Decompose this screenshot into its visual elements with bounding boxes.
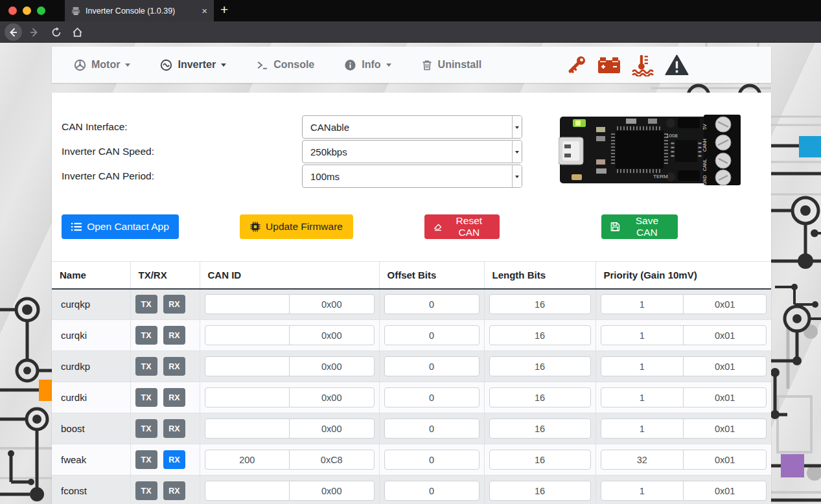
offset-bits-input[interactable] xyxy=(384,325,480,345)
canid-dec-input[interactable] xyxy=(205,481,290,501)
can-speed-select[interactable]: 250kbps xyxy=(302,140,522,163)
reload-button[interactable] xyxy=(48,21,65,43)
tx-button[interactable]: TX xyxy=(135,481,157,500)
back-button[interactable] xyxy=(4,21,22,43)
browser-tab[interactable]: Inverter Console (1.0.39) × xyxy=(65,0,214,21)
length-bits-input[interactable] xyxy=(489,418,591,439)
row-name: curdkp xyxy=(52,351,130,382)
tx-button[interactable]: TX xyxy=(135,419,157,438)
length-bits-input[interactable] xyxy=(489,450,591,470)
canid-hex-input[interactable] xyxy=(289,418,375,439)
nav-item-motor[interactable]: Motor xyxy=(74,59,130,71)
can-speed-value: 250kbps xyxy=(310,146,347,157)
window-controls[interactable] xyxy=(8,6,45,15)
col-header-priority: Priority (Gain 10mV) xyxy=(596,262,771,289)
offset-bits-input[interactable] xyxy=(384,418,480,439)
table-row: fweak TX RX xyxy=(52,444,771,475)
warning-triangle-icon xyxy=(665,54,689,76)
priority-dec-input[interactable] xyxy=(601,294,684,314)
priority-hex-input[interactable] xyxy=(683,294,767,314)
tab-title: Inverter Console (1.0.39) xyxy=(86,6,196,16)
svg-text:1008: 1008 xyxy=(666,133,678,139)
nav-item-info[interactable]: Info xyxy=(344,59,391,71)
forward-button[interactable] xyxy=(26,21,43,43)
rx-button[interactable]: RX xyxy=(163,450,185,469)
svg-text:CANL: CANL xyxy=(702,159,707,171)
table-row: curqki TX RX xyxy=(52,320,771,351)
priority-hex-input[interactable] xyxy=(683,450,767,470)
canid-hex-input[interactable] xyxy=(289,387,375,407)
tab-close-icon[interactable]: × xyxy=(202,6,207,16)
tx-button[interactable]: TX xyxy=(135,450,157,469)
tx-button[interactable]: TX xyxy=(135,295,157,314)
update-firmware-button[interactable]: Update Firmware xyxy=(240,214,353,239)
priority-hex-input[interactable] xyxy=(683,356,767,376)
close-window-button[interactable] xyxy=(8,6,17,15)
minimize-window-button[interactable] xyxy=(23,6,31,15)
length-bits-input[interactable] xyxy=(489,481,591,501)
can-interface-select[interactable]: CANable xyxy=(302,115,522,139)
can-period-value: 100ms xyxy=(310,171,340,182)
save-can-label: Save CAN xyxy=(625,215,669,238)
offset-bits-input[interactable] xyxy=(384,450,480,470)
new-tab-button[interactable]: + xyxy=(220,2,228,17)
reset-can-button[interactable]: Reset CAN xyxy=(424,214,500,239)
table-row: fconst TX RX xyxy=(52,475,771,504)
nav-item-inverter[interactable]: Inverter xyxy=(160,59,226,71)
canid-dec-input[interactable] xyxy=(205,356,290,376)
can-period-select[interactable]: 100ms xyxy=(302,165,522,188)
canid-dec-input[interactable] xyxy=(205,294,290,314)
offset-bits-input[interactable] xyxy=(384,387,480,407)
canid-dec-input[interactable] xyxy=(205,325,290,345)
canid-dec-input[interactable] xyxy=(205,387,290,407)
home-button[interactable] xyxy=(69,21,86,43)
priority-dec-input[interactable] xyxy=(601,387,684,407)
canid-hex-input[interactable] xyxy=(289,294,375,314)
rx-button[interactable]: RX xyxy=(163,481,185,500)
rx-button[interactable]: RX xyxy=(163,388,185,407)
length-bits-input[interactable] xyxy=(489,356,591,376)
nav-item-console[interactable]: Console xyxy=(256,59,314,71)
offset-bits-input[interactable] xyxy=(384,294,480,314)
priority-hex-input[interactable] xyxy=(683,387,767,407)
svg-text:GND: GND xyxy=(702,175,707,185)
length-bits-input[interactable] xyxy=(489,387,591,407)
canid-hex-input[interactable] xyxy=(289,325,375,345)
priority-hex-input[interactable] xyxy=(683,418,767,439)
list-icon xyxy=(71,222,82,231)
canid-dec-input[interactable] xyxy=(205,418,290,439)
canid-dec-input[interactable] xyxy=(205,450,290,470)
open-cantact-app-button[interactable]: Open Cantact App xyxy=(62,214,179,239)
row-name: fweak xyxy=(52,444,130,475)
page-background: Motor Inverter Console Info Uninstall xyxy=(0,43,821,504)
priority-dec-input[interactable] xyxy=(601,356,684,376)
length-bits-input[interactable] xyxy=(489,294,591,314)
priority-hex-input[interactable] xyxy=(683,481,767,501)
tx-button[interactable]: TX xyxy=(135,357,157,376)
update-firmware-label: Update Firmware xyxy=(266,221,343,233)
priority-hex-input[interactable] xyxy=(683,325,767,345)
rx-button[interactable]: RX xyxy=(163,295,185,314)
forward-arrow-icon xyxy=(29,27,40,38)
rx-button[interactable]: RX xyxy=(163,357,185,376)
maximize-window-button[interactable] xyxy=(37,6,45,15)
nav-item-uninstall[interactable]: Uninstall xyxy=(421,59,482,71)
coolant-temp-warning-icon xyxy=(631,53,654,76)
row-name: fconst xyxy=(52,475,130,504)
canid-hex-input[interactable] xyxy=(289,450,375,470)
canid-hex-input[interactable] xyxy=(289,356,375,376)
tx-button[interactable]: TX xyxy=(135,388,157,407)
rx-button[interactable]: RX xyxy=(163,419,185,438)
priority-dec-input[interactable] xyxy=(601,481,684,501)
tx-button[interactable]: TX xyxy=(135,326,157,345)
canid-hex-input[interactable] xyxy=(289,481,375,501)
offset-bits-input[interactable] xyxy=(384,481,480,501)
priority-dec-input[interactable] xyxy=(601,325,684,345)
length-bits-input[interactable] xyxy=(489,325,591,345)
priority-dec-input[interactable] xyxy=(601,450,684,470)
priority-dec-input[interactable] xyxy=(601,418,684,439)
offset-bits-input[interactable] xyxy=(384,356,480,376)
rx-button[interactable]: RX xyxy=(163,326,185,345)
col-header-txrx: TX/RX xyxy=(130,262,200,289)
save-can-button[interactable]: Save CAN xyxy=(601,214,678,239)
